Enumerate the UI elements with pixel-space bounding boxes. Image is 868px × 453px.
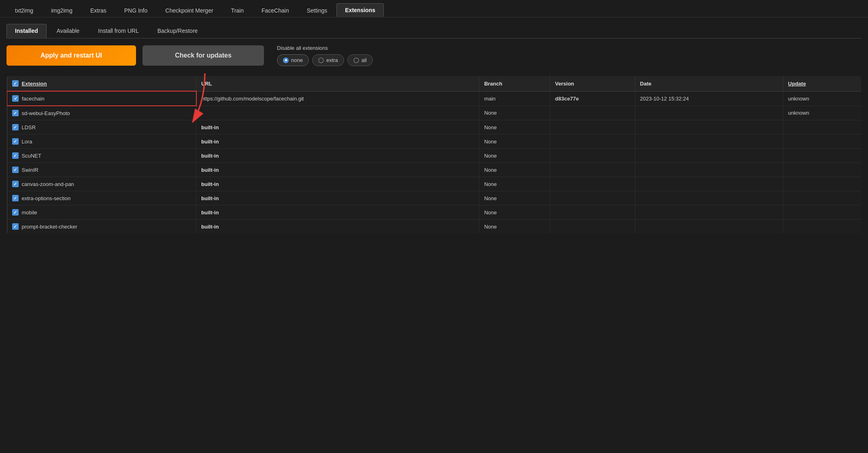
radio-extra[interactable]: extra xyxy=(312,54,344,66)
table-row: Lorabuilt-inNone xyxy=(7,135,862,149)
extension-name-cell-canvas-zoom-and-pan: canvas-zoom-and-pan xyxy=(7,177,196,191)
nav-tab-settings[interactable]: Settings xyxy=(298,4,336,17)
main-content: InstalledAvailableInstall from URLBackup… xyxy=(0,17,868,240)
extension-version-prompt-bracket-checker xyxy=(550,220,635,234)
extension-branch-extra-options-section: None xyxy=(479,191,550,205)
extension-version-canvas-zoom-and-pan xyxy=(550,177,635,191)
extension-date-facechain: 2023-10-12 15:32:24 xyxy=(635,91,783,106)
nav-tab-facechain[interactable]: FaceChain xyxy=(253,4,298,17)
extension-date-prompt-bracket-checker xyxy=(635,220,783,234)
extension-name-prompt-bracket-checker: prompt-bracket-checker xyxy=(22,224,77,230)
radio-label-none: none xyxy=(291,57,303,63)
extension-url-sd-webui-easyphoto xyxy=(196,106,479,120)
extension-name-lora: Lora xyxy=(22,139,32,145)
table-row: extra-options-sectionbuilt-inNone xyxy=(7,191,862,205)
col-header-date: Date xyxy=(635,76,783,92)
extension-update-extra-options-section xyxy=(783,191,861,205)
radio-label-all: all xyxy=(362,57,367,63)
extension-checkbox-swinir[interactable] xyxy=(12,167,19,173)
extension-name-cell-ldsr: LDSR xyxy=(7,120,196,135)
extension-branch-facechain: main xyxy=(479,91,550,106)
radio-all[interactable]: all xyxy=(347,54,373,66)
nav-tab-extensions[interactable]: Extensions xyxy=(336,3,384,17)
col-header-url: URL xyxy=(196,76,479,92)
table-row: LDSRbuilt-inNone xyxy=(7,120,862,135)
extension-update-scunet xyxy=(783,149,861,163)
extension-checkbox-facechain[interactable] xyxy=(12,95,19,102)
radio-dot-all xyxy=(353,58,359,63)
extension-checkbox-extra-options-section[interactable] xyxy=(12,195,19,201)
extension-date-scunet xyxy=(635,149,783,163)
sub-tab-install-from-url[interactable]: Install from URL xyxy=(89,24,147,38)
nav-tab-png-info[interactable]: PNG Info xyxy=(116,4,156,17)
radio-dot-extra xyxy=(318,58,324,63)
sub-tab-available[interactable]: Available xyxy=(48,24,88,38)
extension-name-canvas-zoom-and-pan: canvas-zoom-and-pan xyxy=(22,181,74,187)
table-row: prompt-bracket-checkerbuilt-inNone xyxy=(7,220,862,234)
radio-dot-none xyxy=(283,58,289,63)
nav-tab-train[interactable]: Train xyxy=(223,4,252,17)
apply-restart-button[interactable]: Apply and restart UI xyxy=(6,45,136,66)
sub-tab-installed[interactable]: Installed xyxy=(6,24,47,38)
extension-name-scunet: ScuNET xyxy=(22,153,41,159)
extension-name-ldsr: LDSR xyxy=(22,124,36,130)
extension-name-cell-lora: Lora xyxy=(7,135,196,149)
extension-branch-swinir: None xyxy=(479,163,550,177)
col-header-update: Update xyxy=(783,76,861,92)
extension-checkbox-canvas-zoom-and-pan[interactable] xyxy=(12,181,19,187)
sub-tabs-row: InstalledAvailableInstall from URLBackup… xyxy=(6,24,862,38)
extension-url-extra-options-section: built-in xyxy=(196,191,479,205)
extension-url-ldsr: built-in xyxy=(196,120,479,135)
extension-name-cell-prompt-bracket-checker: prompt-bracket-checker xyxy=(7,220,196,234)
extension-name-cell-facechain: facechain xyxy=(7,91,196,106)
extension-checkbox-sd-webui-easyphoto[interactable] xyxy=(12,110,19,116)
extension-checkbox-mobile[interactable] xyxy=(12,209,19,216)
extension-update-canvas-zoom-and-pan xyxy=(783,177,861,191)
extension-version-ldsr xyxy=(550,120,635,135)
extension-name-cell-scunet: ScuNET xyxy=(7,149,196,163)
radio-label-extra: extra xyxy=(326,57,338,63)
extension-date-extra-options-section xyxy=(635,191,783,205)
extension-date-lora xyxy=(635,135,783,149)
nav-tab-checkpoint-merger[interactable]: Checkpoint Merger xyxy=(157,4,221,17)
table-row: SwinIRbuilt-inNone xyxy=(7,163,862,177)
extension-name-mobile: mobile xyxy=(22,209,37,216)
extension-checkbox-prompt-bracket-checker[interactable] xyxy=(12,223,19,230)
extension-update-lora xyxy=(783,135,861,149)
extension-date-ldsr xyxy=(635,120,783,135)
select-all-checkbox[interactable] xyxy=(12,80,19,87)
extension-date-canvas-zoom-and-pan xyxy=(635,177,783,191)
extension-name-cell-swinir: SwinIR xyxy=(7,163,196,177)
extension-url-lora: built-in xyxy=(196,135,479,149)
extension-date-swinir xyxy=(635,163,783,177)
extension-version-scunet xyxy=(550,149,635,163)
extension-version-facechain: d83ce77e xyxy=(550,91,635,106)
nav-tab-img2img[interactable]: img2img xyxy=(43,4,81,17)
extension-update-swinir xyxy=(783,163,861,177)
col-header-extension-label: Extension xyxy=(22,81,47,87)
check-updates-button[interactable]: Check for updates xyxy=(143,45,264,66)
table-row: ScuNETbuilt-inNone xyxy=(7,149,862,163)
radio-none[interactable]: none xyxy=(277,54,309,66)
extension-url-canvas-zoom-and-pan: built-in xyxy=(196,177,479,191)
extension-update-mobile xyxy=(783,205,861,220)
extension-name-extra-options-section: extra-options-section xyxy=(22,195,71,201)
nav-tab-extras[interactable]: Extras xyxy=(82,4,115,17)
nav-tab-txt2img[interactable]: txt2img xyxy=(6,4,42,17)
extension-url-mobile: built-in xyxy=(196,205,479,220)
extension-branch-prompt-bracket-checker: None xyxy=(479,220,550,234)
extension-branch-ldsr: None xyxy=(479,120,550,135)
extension-date-mobile xyxy=(635,205,783,220)
extension-branch-lora: None xyxy=(479,135,550,149)
sub-tab-backup-restore[interactable]: Backup/Restore xyxy=(149,24,206,38)
extension-checkbox-lora[interactable] xyxy=(12,138,19,145)
table-row: facechainhttps://github.com/modelscope/f… xyxy=(7,91,862,106)
extension-checkbox-ldsr[interactable] xyxy=(12,124,19,130)
extension-url-swinir: built-in xyxy=(196,163,479,177)
extension-name-cell-mobile: mobile xyxy=(7,205,196,220)
extension-branch-mobile: None xyxy=(479,205,550,220)
disable-label: Disable all extensions xyxy=(277,45,373,51)
extensions-table: ExtensionURLBranchVersionDateUpdate face… xyxy=(6,76,862,234)
extension-checkbox-scunet[interactable] xyxy=(12,152,19,159)
extension-version-swinir xyxy=(550,163,635,177)
